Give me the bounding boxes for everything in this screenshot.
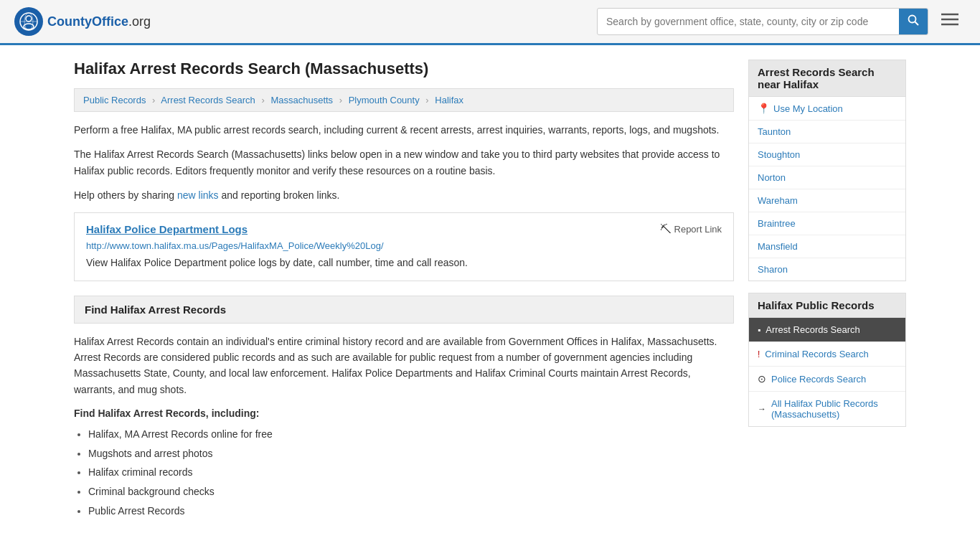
records-list: Halifax, MA Arrest Records online for fr… <box>74 425 734 520</box>
use-location-link[interactable]: Use My Location <box>773 103 843 114</box>
list-item: Halifax, MA Arrest Records online for fr… <box>88 425 734 444</box>
all-public-records-link[interactable]: All Halifax Public Records (Massachusett… <box>771 398 897 420</box>
criminal-records-search-link[interactable]: Criminal Records Search <box>765 349 869 359</box>
pub-record-arrest-search[interactable]: ▪ Arrest Records Search <box>749 318 905 342</box>
nearby-link-sharon[interactable]: Sharon <box>749 258 905 281</box>
breadcrumb-arrest-records[interactable]: Arrest Records Search <box>161 95 255 105</box>
link-card-url[interactable]: http://www.town.halifax.ma.us/Pages/Hali… <box>86 240 722 251</box>
link-card-header: Halifax Police Department Logs ⛏ Report … <box>86 223 722 236</box>
breadcrumb-sep-3: › <box>339 95 342 105</box>
new-links-link[interactable]: new links <box>177 189 219 201</box>
nearby-link-wareham[interactable]: Wareham <box>749 189 905 212</box>
nearby-norton-link[interactable]: Norton <box>758 172 786 183</box>
nearby-sharon-link[interactable]: Sharon <box>758 264 788 275</box>
pub-record-criminal-search[interactable]: ! Criminal Records Search <box>749 342 905 367</box>
list-item: Halifax criminal records <box>88 463 734 482</box>
nearby-stoughton-link[interactable]: Stoughton <box>758 149 800 160</box>
nearby-link-taunton[interactable]: Taunton <box>749 121 905 143</box>
content-area: Halifax Arrest Records Search (Massachus… <box>74 60 734 520</box>
link-card-description: View Halifax Police Department police lo… <box>86 255 722 270</box>
pub-record-police-search[interactable]: ⊙ Police Records Search <box>749 367 905 392</box>
desc-para3-suffix: and reporting broken links. <box>219 189 340 201</box>
logo-icon <box>14 7 43 36</box>
breadcrumb-halifax[interactable]: Halifax <box>435 95 463 105</box>
police-logs-link-title[interactable]: Halifax Police Department Logs <box>86 223 248 235</box>
site-header: CountyOffice.org <box>0 0 980 45</box>
description-para-2: The Halifax Arrest Records Search (Massa… <box>74 146 734 179</box>
search-input[interactable] <box>598 11 899 32</box>
desc-para3-prefix: Help others by sharing <box>74 189 177 201</box>
sidebar: Arrest Records Search near Halifax 📍 Use… <box>748 60 906 520</box>
nearby-link-mansfield[interactable]: Mansfield <box>749 235 905 258</box>
find-records-title: Find Halifax Arrest Records <box>85 303 226 316</box>
description-para-1: Perform a free Halifax, MA public arrest… <box>74 122 734 138</box>
logo-area[interactable]: CountyOffice.org <box>14 7 151 36</box>
location-pin-icon: 📍 <box>758 103 770 114</box>
breadcrumb: Public Records › Arrest Records Search ›… <box>74 88 734 112</box>
breadcrumb-sep-2: › <box>261 95 264 105</box>
report-icon: ⛏ <box>660 223 672 236</box>
logo-text: CountyOffice.org <box>47 14 151 29</box>
arrest-records-search-link[interactable]: Arrest Records Search <box>765 324 860 335</box>
main-container: Halifax Arrest Records Search (Massachus… <box>60 45 920 534</box>
search-input-wrapper <box>597 8 928 35</box>
nearby-link-norton[interactable]: Norton <box>749 166 905 189</box>
search-area <box>597 8 966 35</box>
breadcrumb-massachusetts[interactable]: Massachusetts <box>270 95 333 105</box>
use-location-item[interactable]: 📍 Use My Location <box>749 97 905 121</box>
breadcrumb-sep-4: › <box>425 95 428 105</box>
all-records-icon: → <box>758 404 766 414</box>
police-records-icon: ⊙ <box>758 373 766 385</box>
police-records-search-link[interactable]: Police Records Search <box>771 374 866 385</box>
breadcrumb-sep-1: › <box>152 95 155 105</box>
list-item: Public Arrest Records <box>88 501 734 521</box>
public-records-list: ▪ Arrest Records Search ! Criminal Recor… <box>748 318 906 427</box>
nearby-taunton-link[interactable]: Taunton <box>758 126 791 137</box>
nearby-section-title: Arrest Records Search near Halifax <box>748 60 906 97</box>
list-item: Mugshots and arrest photos <box>88 444 734 463</box>
nearby-links: 📍 Use My Location Taunton Stoughton Nort… <box>748 97 906 281</box>
nearby-mansfield-link[interactable]: Mansfield <box>758 241 798 252</box>
link-card-police-logs: Halifax Police Department Logs ⛏ Report … <box>74 212 734 281</box>
list-item: Criminal background checks <box>88 482 734 501</box>
nearby-link-stoughton[interactable]: Stoughton <box>749 143 905 166</box>
pub-record-all-records[interactable]: → All Halifax Public Records (Massachuse… <box>749 392 905 426</box>
nearby-wareham-link[interactable]: Wareham <box>758 195 798 206</box>
public-records-section-title: Halifax Public Records <box>748 293 906 318</box>
nearby-link-braintree[interactable]: Braintree <box>749 212 905 235</box>
page-title: Halifax Arrest Records Search (Massachus… <box>74 60 734 78</box>
use-location-wrapper: 📍 Use My Location <box>758 103 897 114</box>
report-link-button[interactable]: ⛏ Report Link <box>660 223 722 236</box>
description-para-3: Help others by sharing new links and rep… <box>74 187 734 203</box>
breadcrumb-public-records[interactable]: Public Records <box>83 95 146 105</box>
nearby-braintree-link[interactable]: Braintree <box>758 218 796 229</box>
search-button[interactable] <box>899 9 928 34</box>
svg-line-6 <box>915 22 919 26</box>
arrest-records-icon: ▪ <box>758 325 760 335</box>
hamburger-menu-icon[interactable] <box>934 9 966 34</box>
criminal-records-icon: ! <box>758 349 760 359</box>
breadcrumb-plymouth-county[interactable]: Plymouth County <box>349 95 420 105</box>
find-records-list-label: Find Halifax Arrest Records, including: <box>74 408 734 419</box>
svg-point-5 <box>909 16 916 23</box>
report-link-label: Report Link <box>674 224 722 235</box>
find-records-section-header: Find Halifax Arrest Records <box>74 296 734 324</box>
find-records-body: Halifax Arrest Records contain an indivi… <box>74 334 734 398</box>
